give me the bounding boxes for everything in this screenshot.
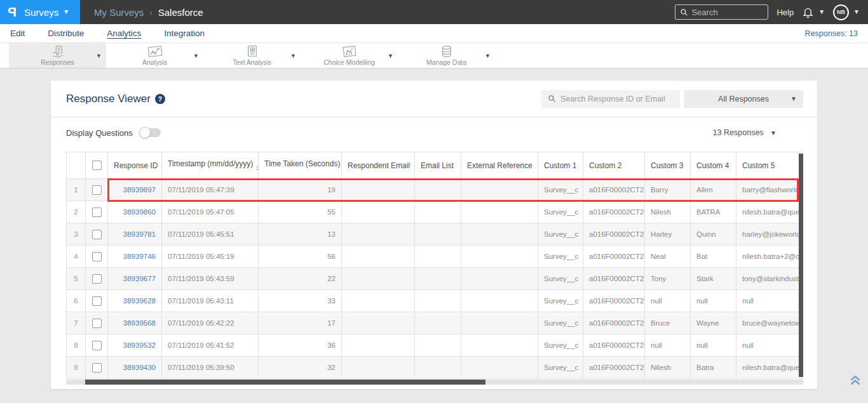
notifications-button[interactable]: ▼ (802, 6, 825, 18)
custom4-cell: Stark (691, 268, 736, 290)
response-id-link[interactable]: 38939628 (108, 290, 162, 312)
scroll-to-top-button[interactable] (849, 374, 862, 388)
external-reference-cell (461, 357, 538, 379)
response-id-link[interactable]: 38939532 (108, 334, 162, 357)
custom2-cell: a016F00002CT2Lh (583, 223, 645, 246)
breadcrumb-my-surveys[interactable]: My Surveys (94, 7, 144, 18)
table-row: 53893967707/11/2019 05:43:5922Survey__ca… (67, 268, 804, 290)
custom1-cell: Survey__c (538, 290, 583, 312)
responses-per-page-dropdown[interactable]: 13 Responses ▼ (713, 128, 776, 137)
chevron-down-icon[interactable]: ▼ (485, 53, 491, 59)
account-menu[interactable]: NB ▼ (833, 4, 860, 20)
toolbar-responses[interactable]: Responses ▼ (9, 43, 106, 68)
toolbar-text-analysis[interactable]: Text Analysis ▼ (203, 43, 301, 68)
custom4-cell: Wayne (691, 312, 736, 334)
email-list-cell (415, 357, 461, 379)
surveys-app-menu[interactable]: P Surveys ▼ (0, 0, 80, 24)
select-all-checkbox[interactable] (92, 161, 102, 170)
row-select-cell (86, 357, 108, 379)
column-header[interactable]: Custom 3 (645, 152, 691, 179)
row-checkbox[interactable] (92, 363, 102, 373)
chevron-down-icon[interactable]: ▼ (388, 53, 393, 59)
responses-table: Response ID▲Timestamp (mm/dd/yyyy)Time T… (66, 152, 803, 379)
response-id-link[interactable]: 38939897 (108, 179, 162, 201)
display-questions-toggle[interactable] (140, 128, 161, 137)
custom2-cell: a016F00002CT2Lc (583, 179, 645, 201)
horizontal-scrollbar-thumb[interactable] (85, 380, 485, 385)
all-responses-dropdown[interactable]: All Responses ▼ (684, 90, 803, 108)
tab-edit[interactable]: Edit (10, 29, 25, 38)
column-header[interactable]: Custom 2 (583, 152, 645, 179)
response-id-link[interactable]: 38939677 (108, 268, 162, 290)
row-select-cell (86, 246, 108, 268)
custom5-cell: nilesh.batra@ques (736, 201, 804, 223)
tab-distribute[interactable]: Distribute (48, 29, 84, 38)
breadcrumb-current-survey: Salesforce (158, 7, 203, 18)
toggle-knob (139, 127, 151, 138)
column-header[interactable]: External Reference (461, 152, 538, 179)
custom1-cell: Survey__c (538, 334, 583, 357)
column-header[interactable]: Custom 5 (736, 152, 804, 179)
row-checkbox[interactable] (92, 274, 102, 284)
response-id-link[interactable]: 38939430 (108, 357, 162, 379)
custom5-cell: nilesh.batra@ques (736, 357, 804, 379)
row-checkbox[interactable] (92, 208, 102, 217)
global-search-input[interactable] (691, 8, 761, 17)
response-id-link[interactable]: 38939746 (108, 246, 162, 268)
help-link[interactable]: Help (776, 8, 794, 17)
response-search-input[interactable] (560, 95, 668, 103)
help-tooltip-icon[interactable]: ? (155, 94, 165, 104)
app-menu-label: Surveys (24, 7, 58, 18)
response-id-link[interactable]: 38939860 (108, 201, 162, 223)
column-header[interactable]: Respondent Email (342, 152, 415, 179)
top-navbar: P Surveys ▼ My Surveys › Salesforce Help… (0, 0, 868, 24)
custom4-cell: Allen (691, 179, 736, 201)
response-id-link[interactable]: 38939568 (108, 312, 162, 334)
timestamp-cell: 07/11/2019 05:41:52 (162, 334, 259, 357)
chevron-down-icon[interactable]: ▼ (96, 53, 102, 59)
questionpro-logo: P (8, 4, 17, 20)
row-number: 4 (67, 246, 86, 268)
row-number: 5 (67, 268, 86, 290)
tab-analytics[interactable]: Analytics (107, 29, 141, 38)
column-header[interactable]: Custom 1 (538, 152, 583, 179)
row-select-cell (86, 312, 108, 334)
custom4-cell: null (691, 290, 736, 312)
custom1-cell: Survey__c (538, 312, 583, 334)
external-reference-cell (461, 179, 538, 201)
response-id-link[interactable]: 38939781 (108, 223, 162, 246)
toolbar-manage-data[interactable]: Manage Data ▼ (398, 43, 495, 68)
search-icon (680, 8, 688, 17)
toolbar-analysis[interactable]: Analysis ▼ (106, 43, 203, 68)
row-checkbox[interactable] (92, 296, 102, 306)
toolbar-choice-modelling[interactable]: Choice Modelling ▼ (301, 43, 398, 68)
respondent-email-cell (342, 179, 415, 201)
row-checkbox[interactable] (92, 185, 102, 195)
timestamp-cell: 07/11/2019 05:42:22 (162, 312, 259, 334)
row-checkbox[interactable] (92, 341, 102, 350)
custom4-cell: Batra (691, 357, 736, 379)
vertical-scrollbar[interactable] (799, 154, 803, 377)
custom3-cell: Harley (645, 223, 691, 246)
row-checkbox[interactable] (92, 230, 102, 239)
hand-report-icon (51, 45, 65, 58)
table-row: 13893989707/11/2019 05:47:3919Survey__ca… (67, 179, 804, 201)
tab-integration[interactable]: Integration (164, 29, 205, 38)
respondent-email-cell (342, 223, 415, 246)
response-viewer-card: Response Viewer ? All Responses ▼ Displa… (51, 81, 817, 389)
email-list-cell (415, 334, 461, 357)
column-header[interactable]: Custom 4 (691, 152, 736, 179)
column-header[interactable]: Time Taken (Seconds) (259, 152, 342, 179)
column-header[interactable]: Response ID▲ (108, 152, 162, 179)
chevron-down-icon[interactable]: ▼ (193, 53, 199, 59)
row-checkbox[interactable] (92, 319, 102, 328)
table-row: 73893956807/11/2019 05:42:2217Survey__ca… (67, 312, 804, 334)
column-header[interactable]: Timestamp (mm/dd/yyyy) (162, 152, 259, 179)
custom1-cell: Survey__c (538, 223, 583, 246)
row-checkbox[interactable] (92, 252, 102, 261)
chevron-down-icon[interactable]: ▼ (290, 53, 296, 59)
column-header[interactable]: Email List (415, 152, 461, 179)
table-row: 63893962807/11/2019 05:43:1133Survey__ca… (67, 290, 804, 312)
row-number: 3 (67, 223, 86, 246)
section-nav: Edit Distribute Analytics Integration Re… (0, 24, 868, 43)
